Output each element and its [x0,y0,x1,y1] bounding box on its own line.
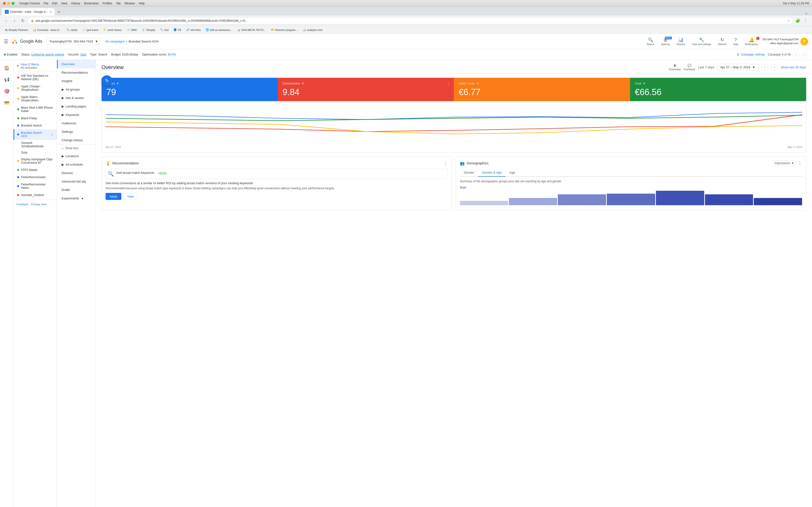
forward-button[interactable]: › [11,17,18,24]
nav-item-change-history[interactable]: Change history [57,136,95,145]
apply-button[interactable]: Apply [106,193,121,200]
account-selector[interactable]: TrackingbyGTM 363-944-7419 ▼ [46,38,101,45]
help-button[interactable]: ? Help [731,37,741,47]
menu-chrome[interactable]: Google Chrome [19,2,40,5]
nav-item-overview[interactable]: Overview [57,60,95,68]
sidebar-item-ffp2[interactable]: FFP2 Maske [13,166,57,174]
nav-item-experiments[interactable]: Experiments ● [57,194,95,203]
sidebar-item-apple-charger[interactable]: Apple Charger - Shopbrothers [13,83,57,94]
show-less-button[interactable]: — Show less [57,145,95,152]
menu-bookmarks[interactable]: Bookmarks [84,2,99,5]
bookmark-info-links[interactable]: 🔗 info links [184,27,203,33]
nav-item-drafts[interactable]: Drafts [57,186,95,194]
nav-item-ad-schedule[interactable]: ▶ Ad schedule [57,160,95,169]
menu-help[interactable]: Help [139,2,145,5]
recommendation-more-icon[interactable]: ⋮ [444,161,448,166]
status-value-link[interactable]: Limited by search volume [31,53,64,56]
sidebar-item-display[interactable]: Display Kampagne Clips Conversions BT [13,156,57,166]
metric-dropdown-clicks[interactable]: ▼ [116,82,119,85]
mac-window-controls[interactable] [3,2,14,5]
prev-date-button[interactable]: ‹ [761,64,768,71]
sidebar-item-black-friday[interactable]: Black Friday [13,115,57,122]
campaign-settings-button[interactable]: ⚙ Campaign settings [737,53,765,56]
maximize-dot[interactable] [12,2,14,5]
tools-settings-button[interactable]: 🔧 Tools and settings [690,36,714,47]
prev-campaign-button[interactable]: ‹ [793,51,800,58]
sidebar-item-branded-search-ach[interactable]: Branded Search ACH ‹ [13,129,57,140]
chrome-menu-icon[interactable]: ⋮ [802,17,809,24]
tab-age[interactable]: Age [506,169,519,177]
sidebar-item-black-deal[interactable]: Black Deal 5,89€ iPhone Kabel [13,104,57,115]
impressions-dropdown[interactable]: Impressions ▼ [773,161,796,166]
sidebar-item-branded-search[interactable]: Branded Search [13,122,57,129]
sidebar-item-suta[interactable]: Suta [13,150,57,156]
change-view-button[interactable]: Change view [31,203,46,206]
sidebar-home-button[interactable]: 🏠 [1,63,12,73]
reports-button[interactable]: 📊 Reports [674,36,688,47]
spacing-button[interactable]: BETA ⊞ Spacing [659,36,672,47]
refresh-button[interactable]: ↻ Refresh [716,36,729,47]
nav-item-audiences[interactable]: Audiences [57,119,95,127]
next-campaign-button[interactable]: › [801,51,808,58]
sidebar-goals-button[interactable]: 🎯 [1,86,12,97]
nav-item-recommendations[interactable]: Recommendations [57,68,95,77]
bookmark-gmc[interactable]: 📧 GMC [125,27,139,33]
bookmark-work-history[interactable]: 📁 work history [101,27,124,33]
chrome-maximize-icon[interactable]: ⌄ [805,10,808,15]
nav-item-ad-groups[interactable]: ▶ Ad groups [57,85,95,94]
close-dot[interactable] [3,2,6,5]
nav-item-devices[interactable]: Devices [57,169,95,177]
bookmark-b2b[interactable]: 🌐 b2b-eu.tamaraco... [204,27,234,33]
menu-history[interactable]: History [71,2,80,5]
minimize-dot[interactable] [7,2,10,5]
filter-button[interactable]: ▼ View (2 filters) All campaigns [16,63,54,69]
tab-gender[interactable]: Gender [460,169,478,177]
metric-dropdown-conversions[interactable]: ▼ [301,82,304,85]
menu-file[interactable]: File [44,2,48,5]
nav-item-ads-assets[interactable]: ▶ Ads & assets [57,94,95,102]
new-tab-button[interactable]: + [56,9,62,15]
demographics-more-icon[interactable]: ⋮ [798,161,802,166]
bookmark-ga4-meta[interactable]: 📊 GA4-META-TIKTO... [235,27,267,33]
bookmark-fb[interactable]: 📘 FB [171,27,183,33]
bookmark-star-icon[interactable]: ☆ [788,19,790,22]
nav-item-settings[interactable]: Settings [57,127,95,136]
collapse-icon[interactable]: ‹ [50,132,54,137]
tab-close-button[interactable]: × [50,10,51,14]
extensions-icon[interactable]: 🧩 [795,17,801,24]
address-bar[interactable]: 🔒 ads.google.com/aw/overview?campaignId=… [28,17,793,24]
hamburger-menu-icon[interactable]: ☰ [4,39,8,44]
search-button[interactable]: 🔍 Search [644,36,657,47]
back-button[interactable]: ‹ [3,17,10,24]
sidebar-item-isomatte[interactable]: Isomatte_Outdoor [13,191,57,199]
menu-edit[interactable]: Edit [52,2,57,5]
notifications-button[interactable]: 1 🔔 Notifications [743,36,760,47]
next-date-button[interactable]: › [771,64,778,71]
show-30-days-button[interactable]: Show last 30 days [780,65,806,69]
metric-dropdown-cost[interactable]: ▼ [643,82,646,85]
metric-dropdown-cost-conv[interactable]: ▼ [476,82,479,85]
bookmark-tool[interactable]: 🔧 tool [158,27,170,33]
feedback-button[interactable]: Feedback [16,203,28,206]
bookmark-partners[interactable]: 🤝 Partners program... [269,27,300,33]
menu-window[interactable]: Window [124,2,135,5]
edit-metrics-button[interactable]: ✎ [101,75,112,86]
feedback-sm-button[interactable]: 💬 Feedback [683,64,695,71]
bookmark-overview[interactable]: 📊 Overview - Anas E... [31,27,63,33]
reload-button[interactable]: ↻ [19,17,26,24]
metric-more-conversions-icon[interactable]: ⋮ [447,80,451,86]
sidebar-billing-button[interactable]: 💳 [1,98,12,108]
nav-item-landing-pages[interactable]: ▶ Landing pages [57,102,95,111]
bookmark-analytics[interactable]: 📊 analytics tool [301,27,324,33]
nav-item-keywords[interactable]: ▶ Keywords [57,111,95,119]
user-avatar[interactable]: T [800,38,808,45]
sidebar-campaigns-button[interactable]: 📢 [1,74,12,85]
date-range-selector[interactable]: Apr 27 – May 3, 2024 ▼ [717,64,758,71]
bookmark-shopify[interactable]: 🛒 Shopify [140,27,157,33]
account-name-link[interactable]: Suta [80,53,86,56]
breadcrumb-all-campaigns[interactable]: All campaigns [105,40,125,43]
bookmark-ga4[interactable]: 📈 ga4 event [81,27,100,33]
download-button[interactable]: ⬇ Download [669,64,681,71]
sidebar-item-fieber-aktion[interactable]: Fieberthermometer Aktion [13,181,57,191]
sidebar-item-apple-watch[interactable]: Apple Watch - Shopbrothers [13,94,57,104]
